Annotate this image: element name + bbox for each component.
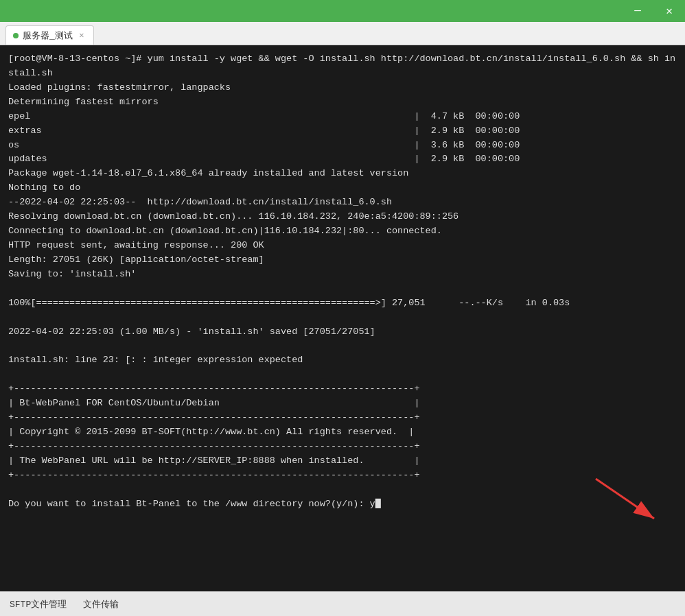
bottombar: SFTP文件管理 文件传输	[0, 591, 685, 616]
tab-server-test[interactable]: 服务器_测试 ✕	[5, 25, 94, 45]
tabbar: 服务器_测试 ✕	[0, 22, 685, 45]
tab-label: 服务器_测试	[23, 29, 73, 42]
terminal-area[interactable]: [root@VM-8-13-centos ~]# yum install -y …	[0, 45, 685, 591]
tab-status-dot	[13, 33, 19, 38]
titlebar: — ✕	[0, 0, 685, 22]
terminal-output: [root@VM-8-13-centos ~]# yum install -y …	[8, 52, 677, 512]
close-button[interactable]: ✕	[653, 0, 685, 22]
file-transfer-button[interactable]: 文件传输	[79, 597, 123, 612]
sftp-button[interactable]: SFTP文件管理	[5, 597, 71, 612]
minimize-button[interactable]: —	[622, 0, 653, 22]
tab-close-icon[interactable]: ✕	[77, 31, 86, 40]
